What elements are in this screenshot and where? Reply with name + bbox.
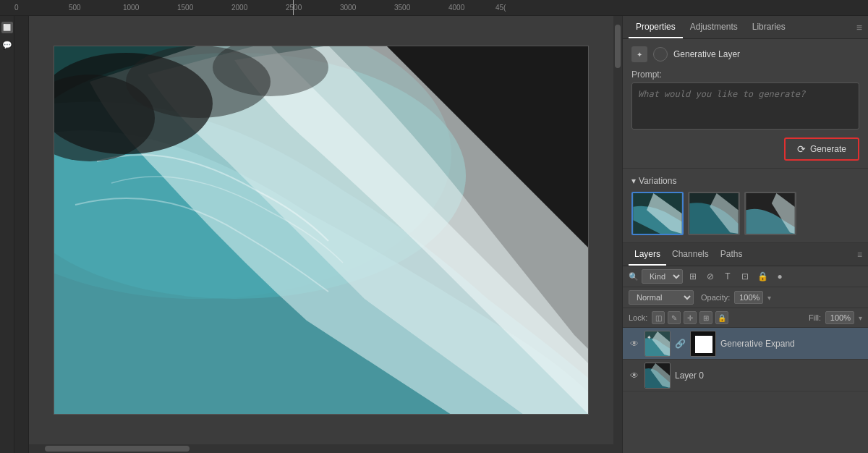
- variations-section: ▾ Variations: [623, 169, 868, 243]
- tab-layers[interactable]: Layers: [629, 243, 666, 266]
- layer-thumb-layer0: [644, 363, 671, 389]
- layer-icon-adjustment[interactable]: ⊘: [703, 269, 718, 284]
- lock-all-btn[interactable]: 🔒: [715, 311, 728, 324]
- generate-icon: ⟳: [797, 143, 806, 155]
- h-scrollbar-thumb[interactable]: [45, 446, 190, 452]
- ruler-tick-1000: 1000: [123, 4, 139, 12]
- lock-position-btn[interactable]: ✛: [684, 311, 697, 324]
- prompt-textarea[interactable]: [631, 82, 859, 130]
- variation-img-1: [633, 193, 682, 234]
- prompt-label: Prompt:: [631, 69, 859, 80]
- canvas-container: [54, 46, 589, 415]
- tab-libraries[interactable]: Libraries: [745, 16, 793, 38]
- main-area: ⬜ 💬: [0, 16, 868, 453]
- variation-img-2: [689, 193, 739, 234]
- thumb-svg-generative: ✦: [645, 331, 670, 357]
- tab-channels[interactable]: Channels: [666, 243, 715, 266]
- variations-header: ▾ Variations: [631, 176, 859, 186]
- gen-layer-icon2: [653, 47, 668, 62]
- svg-rect-13: [695, 336, 712, 353]
- tab-properties[interactable]: Properties: [629, 16, 683, 38]
- opacity-input[interactable]: [734, 291, 763, 304]
- ruler-tick-0: 0: [14, 4, 19, 12]
- ruler-ticks: 0 500 1000 1500 2000 2500 3000 3500 4000…: [14, 0, 564, 15]
- properties-section: ✦ Generative Layer Prompt: ⟳ Generate: [623, 39, 868, 169]
- layer-icon-type[interactable]: T: [720, 269, 735, 284]
- svg-text:✦: ✦: [647, 334, 652, 341]
- eye-icon-generative[interactable]: 👁: [629, 338, 640, 350]
- ruler-tick-1500: 1500: [177, 4, 193, 12]
- fill-arrow[interactable]: ▾: [859, 314, 862, 322]
- canvas-scrollbar-h[interactable]: [29, 444, 613, 453]
- canvas-scrollbar-v[interactable]: [613, 16, 622, 453]
- canvas-svg: [54, 46, 589, 415]
- mask-svg-generative: [691, 331, 716, 357]
- gen-layer-header: ✦ Generative Layer: [631, 46, 859, 62]
- tab-paths[interactable]: Paths: [715, 243, 749, 266]
- toolbar-icon-panel[interactable]: ⬜: [1, 22, 13, 33]
- ruler-tick-500: 500: [69, 4, 81, 12]
- lock-row: Lock: ◫ ✎ ✛ ⊞ 🔒 Fill: ▾: [623, 308, 868, 328]
- filter-search-icon: 🔍: [629, 272, 639, 281]
- ruler-tick-3500: 3500: [394, 4, 410, 12]
- opacity-label: Opacity:: [701, 293, 730, 302]
- lock-icons: ◫ ✎ ✛ ⊞ 🔒: [652, 311, 728, 324]
- generate-button[interactable]: ⟳ Generate: [784, 137, 859, 161]
- generate-btn-wrapper: ⟳ Generate: [631, 137, 859, 161]
- blend-mode-row: Normal Opacity: ▾: [623, 287, 868, 308]
- layers-menu-icon[interactable]: ≡: [857, 250, 862, 260]
- layer-mask-generative: [690, 331, 716, 357]
- layer-icon-pixel[interactable]: ⊞: [686, 269, 700, 284]
- variations-grid: [631, 192, 859, 235]
- variations-chevron: ▾: [631, 176, 636, 186]
- lock-label: Lock:: [629, 313, 647, 322]
- layers-header: Layers Channels Paths ≡: [623, 243, 868, 266]
- layer-item-generative-expand[interactable]: 👁 ✦ 🔗: [623, 328, 868, 360]
- layer-icon-shape[interactable]: ⊡: [738, 269, 752, 284]
- layer-icon-selected[interactable]: ●: [773, 269, 787, 284]
- ruler-tick-4000: 4000: [448, 4, 464, 12]
- lock-image-btn[interactable]: ✎: [668, 311, 681, 324]
- toolbar-icon-chat[interactable]: 💬: [1, 39, 13, 51]
- thumb-svg-layer0: [645, 363, 670, 389]
- gen-layer-label: Generative Layer: [673, 49, 740, 59]
- ruler-indicator: [293, 0, 294, 15]
- variation-img-3: [746, 193, 795, 234]
- variations-label: Variations: [639, 176, 676, 186]
- opacity-arrow[interactable]: ▾: [767, 294, 771, 302]
- layer-thumb-generative: ✦: [644, 331, 671, 357]
- canvas-main: [29, 16, 613, 453]
- gen-layer-icon: ✦: [631, 46, 647, 62]
- fill-label: Fill:: [809, 313, 821, 322]
- layer-list: 👁 ✦ 🔗: [623, 328, 868, 453]
- ruler-tick-2500: 2500: [286, 4, 302, 12]
- eye-icon-layer0[interactable]: 👁: [629, 370, 640, 381]
- variation-thumb-2[interactable]: [688, 192, 740, 235]
- layers-toolbar: 🔍 Kind ⊞ ⊘ T ⊡ 🔒 ●: [623, 266, 868, 287]
- ruler-tick-45: 45(: [495, 4, 506, 12]
- variation-thumb-3[interactable]: [744, 192, 796, 235]
- variation-thumb-1[interactable]: [631, 192, 684, 235]
- lock-artboard-btn[interactable]: ⊞: [699, 311, 712, 324]
- panel-menu-icon[interactable]: ≡: [856, 22, 862, 33]
- layers-panel: Layers Channels Paths ≡ 🔍 Kind ⊞ ⊘ T: [623, 243, 868, 453]
- vertical-ruler: [14, 16, 29, 453]
- fill-input[interactable]: [825, 311, 854, 324]
- v-scrollbar-thumb[interactable]: [615, 25, 621, 68]
- lock-transparent-btn[interactable]: ◫: [652, 311, 665, 324]
- kind-select[interactable]: Kind: [642, 269, 683, 284]
- blend-mode-select[interactable]: Normal: [629, 290, 694, 305]
- canvas-area[interactable]: [29, 16, 613, 444]
- canvas-with-ruler: [14, 16, 622, 453]
- ruler-tick-3000: 3000: [340, 4, 356, 12]
- layer-item-layer0[interactable]: 👁 Layer 0: [623, 360, 868, 391]
- panel-header: Properties Adjustments Libraries ≡: [623, 16, 868, 39]
- tab-adjustments[interactable]: Adjustments: [683, 16, 745, 38]
- left-toolbar: ⬜ 💬: [0, 16, 14, 453]
- ruler-tick-2000: 2000: [231, 4, 247, 12]
- right-panel: Properties Adjustments Libraries ≡ ✦ Gen…: [622, 16, 868, 453]
- canvas-image: [54, 46, 589, 415]
- layer-chain-icon-generative: 🔗: [675, 339, 686, 349]
- layer-name-layer0: Layer 0: [675, 371, 862, 381]
- layer-icon-smartobject[interactable]: 🔒: [755, 269, 770, 284]
